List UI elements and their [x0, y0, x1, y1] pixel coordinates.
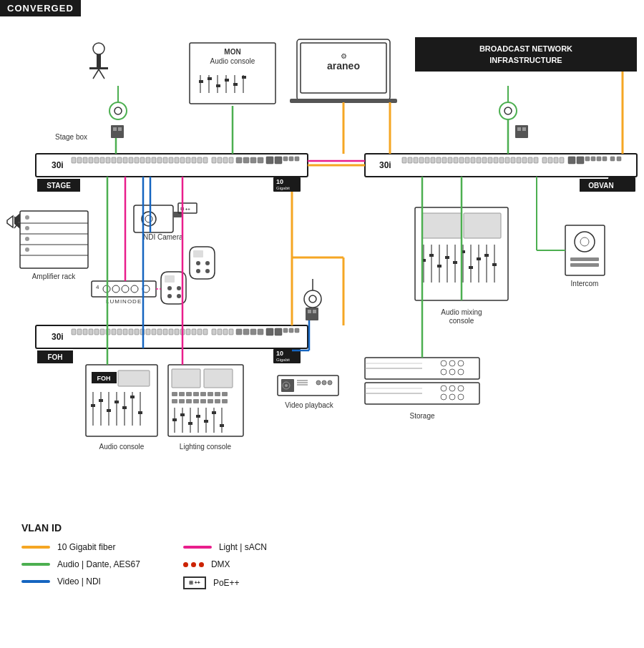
svg-point-197: [25, 247, 29, 252]
svg-rect-300: [469, 266, 473, 269]
svg-rect-116: [617, 157, 621, 161]
svg-rect-56: [180, 157, 185, 163]
svg-point-327: [441, 394, 447, 400]
svg-rect-310: [570, 263, 599, 267]
svg-rect-111: [585, 157, 590, 161]
svg-rect-147: [169, 329, 173, 335]
svg-point-29: [114, 107, 122, 114]
svg-point-212: [112, 285, 119, 293]
svg-rect-22: [242, 76, 246, 79]
legend-dmx: DMX: [183, 559, 267, 569]
svg-rect-69: [266, 157, 273, 164]
svg-rect-150: [186, 329, 190, 335]
svg-rect-151: [192, 329, 196, 335]
svg-rect-93: [471, 157, 475, 163]
svg-rect-52: [157, 157, 162, 163]
svg-rect-157: [229, 329, 233, 335]
svg-rect-49: [140, 157, 145, 163]
svg-rect-25: [89, 67, 108, 69]
svg-rect-98: [499, 157, 504, 163]
svg-rect-165: [289, 328, 293, 333]
svg-rect-42: [100, 157, 104, 163]
svg-rect-257: [222, 392, 228, 396]
svg-rect-62: [218, 157, 222, 163]
svg-rect-209: [92, 281, 156, 297]
svg-rect-159: [243, 329, 249, 335]
svg-rect-254: [200, 392, 206, 396]
svg-rect-58: [192, 157, 196, 163]
svg-rect-95: [482, 157, 487, 163]
svg-rect-70: [275, 157, 282, 164]
svg-rect-54: [169, 157, 173, 163]
svg-rect-250: [172, 392, 177, 396]
svg-text:Intercom: Intercom: [571, 280, 599, 288]
svg-point-122: [499, 102, 517, 119]
svg-point-224: [196, 261, 200, 265]
svg-rect-19: [216, 84, 220, 87]
svg-rect-138: [117, 329, 122, 335]
svg-rect-297: [445, 256, 449, 259]
svg-point-320: [458, 369, 464, 375]
svg-rect-89: [448, 157, 452, 163]
svg-text:FOH: FOH: [47, 353, 62, 361]
svg-rect-262: [200, 399, 206, 403]
svg-text:FOH: FOH: [97, 375, 111, 382]
svg-rect-34: [118, 127, 122, 131]
svg-rect-20: [225, 79, 229, 82]
svg-rect-106: [548, 157, 552, 163]
svg-rect-83: [414, 157, 418, 163]
svg-rect-85: [425, 157, 429, 163]
svg-rect-21: [233, 83, 238, 86]
legend-dot-1: [183, 562, 188, 567]
svg-point-328: [449, 394, 455, 400]
legend-line-10gig: [21, 546, 50, 549]
svg-marker-200: [7, 216, 13, 227]
diagram: BROADCAST NETWORK INFRASTRUCTURE ⚙ arane…: [0, 0, 644, 501]
svg-point-213: [122, 285, 129, 293]
svg-rect-0: [415, 37, 637, 72]
svg-rect-154: [212, 329, 216, 335]
svg-text:10: 10: [276, 350, 283, 357]
svg-rect-252: [186, 392, 192, 396]
svg-rect-107: [554, 157, 558, 163]
svg-text:30i: 30i: [52, 332, 64, 342]
svg-text:NDI Camera: NDI Camera: [143, 233, 183, 241]
svg-rect-205: [173, 212, 182, 217]
legend-line-video: [21, 580, 50, 583]
svg-rect-51: [152, 157, 156, 163]
legend-dot-2: [191, 562, 196, 567]
svg-text:STAGE: STAGE: [47, 182, 71, 190]
svg-point-220: [167, 294, 172, 298]
svg-rect-177: [313, 310, 316, 313]
svg-rect-175: [306, 308, 318, 320]
svg-point-318: [441, 369, 447, 375]
svg-rect-132: [83, 329, 87, 335]
svg-point-315: [441, 360, 447, 366]
legend-video: Video | NDI: [21, 576, 140, 586]
legend-label-dmx: DMX: [211, 559, 230, 569]
svg-rect-57: [186, 157, 190, 163]
svg-rect-260: [186, 399, 192, 403]
svg-rect-84: [419, 157, 424, 163]
svg-rect-66: [243, 157, 249, 163]
svg-rect-298: [453, 261, 457, 264]
svg-text:BROADCAST NETWORK: BROADCAST NETWORK: [479, 44, 572, 53]
svg-rect-261: [193, 399, 199, 403]
svg-point-326: [458, 386, 464, 391]
svg-point-226: [196, 269, 200, 273]
svg-rect-90: [454, 157, 458, 163]
svg-rect-277: [204, 420, 208, 423]
svg-rect-176: [308, 310, 311, 313]
svg-rect-82: [408, 157, 412, 163]
svg-text:⚙: ⚙: [341, 52, 347, 60]
svg-text:4: 4: [96, 284, 99, 290]
svg-line-27: [99, 69, 104, 79]
svg-rect-259: [179, 399, 185, 403]
svg-rect-96: [488, 157, 492, 163]
svg-text:Storage: Storage: [409, 412, 434, 420]
svg-rect-130: [72, 329, 76, 335]
svg-rect-115: [610, 157, 615, 161]
svg-rect-189: [20, 211, 88, 268]
svg-rect-100: [511, 157, 515, 163]
svg-point-172: [304, 290, 321, 308]
